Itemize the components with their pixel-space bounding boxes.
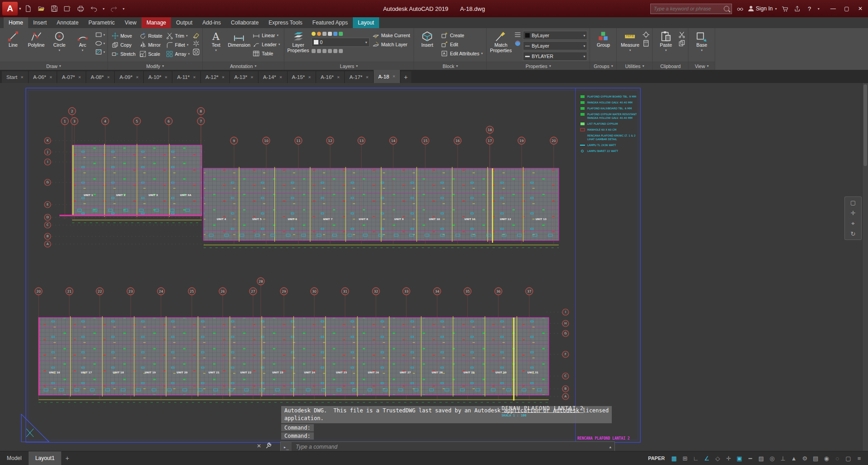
dimension-button[interactable]: Dimension	[228, 29, 250, 48]
drawing-tab[interactable]: A-16* ✕	[316, 71, 345, 83]
rotate-button[interactable]: Rotate	[138, 31, 164, 40]
edit-block-button[interactable]: Edit	[439, 40, 484, 49]
lineweight-select[interactable]: BYLAYER ▾	[523, 52, 587, 61]
group-button[interactable]: Group	[592, 29, 614, 48]
match-layer-button[interactable]: Match Layer	[371, 40, 412, 49]
ribbon-tab[interactable]: Annotate	[52, 17, 83, 28]
polar-tracking-icon[interactable]: ∠	[702, 454, 712, 463]
transparency-icon[interactable]: ▨	[756, 454, 766, 463]
ribbon-tab[interactable]: Parametric	[83, 17, 120, 28]
move-button[interactable]: Move	[110, 31, 137, 40]
utilities-panel-footer[interactable]: Utilities▾	[617, 62, 652, 70]
text-button[interactable]: A Text ▾	[205, 29, 227, 52]
ribbon-tab[interactable]: Featured Apps	[307, 17, 353, 28]
layer-select[interactable]: 0 ▾	[312, 38, 370, 47]
dynamic-ucs-icon[interactable]: ⊥	[778, 454, 788, 463]
erase-button[interactable]	[192, 31, 200, 39]
line-button[interactable]: Line	[2, 29, 24, 48]
layer-tool-icon[interactable]	[333, 49, 337, 53]
edit-attributes-button[interactable]: Edit Attributes▾	[439, 49, 484, 58]
base-button[interactable]: Base ▾	[691, 29, 712, 52]
cut-icon[interactable]	[678, 31, 686, 39]
ribbon-tab[interactable]: Insert	[28, 17, 52, 28]
ortho-icon[interactable]: ∟	[691, 454, 701, 463]
object-snap-icon[interactable]: ▣	[734, 454, 745, 463]
close-tab-icon[interactable]: ✕	[20, 75, 24, 79]
measure-button[interactable]: Measure ▾	[619, 29, 641, 52]
clipboard-panel-footer[interactable]: Clipboard	[653, 62, 688, 70]
sign-in-button[interactable]: Sign In ▾	[748, 5, 777, 12]
trim-button[interactable]: Trim▾	[165, 31, 191, 40]
color-sphere-icon[interactable]	[514, 39, 522, 47]
ribbon-tab[interactable]: Collaborate	[226, 17, 263, 28]
new-layout-button[interactable]: +	[61, 451, 73, 465]
undo-icon[interactable]	[90, 5, 98, 12]
ribbon-tab[interactable]: View	[120, 17, 141, 28]
draw-panel-footer[interactable]: Draw▾	[0, 62, 107, 70]
binoculars-icon[interactable]	[736, 5, 744, 12]
scrollbar-thumb[interactable]	[863, 84, 867, 166]
properties-list-icon[interactable]	[514, 31, 522, 39]
close-button[interactable]: ✕	[853, 3, 867, 15]
drawing-tab[interactable]: A-10* ✕	[144, 71, 172, 83]
insert-button[interactable]: Insert	[416, 29, 438, 48]
drawing-tab[interactable]: Start ✕	[2, 71, 29, 83]
copy-button[interactable]: Copy	[110, 40, 137, 49]
close-tab-icon[interactable]: ✕	[308, 75, 311, 79]
drawing-tab[interactable]: A-14* ✕	[258, 71, 287, 83]
layer-vp-freeze-icon[interactable]	[333, 32, 337, 36]
layer-freeze-icon[interactable]	[317, 32, 321, 36]
object-color-select[interactable]: ByLayer ▾	[523, 31, 587, 40]
close-tab-icon[interactable]: ✕	[279, 75, 283, 79]
annotation-visibility-icon[interactable]: ▲	[789, 454, 799, 463]
application-menu-caret-icon[interactable]: ▾	[19, 6, 21, 11]
pan-icon[interactable]: ✛	[851, 210, 856, 216]
explode-button[interactable]	[192, 39, 200, 47]
save-icon[interactable]	[50, 5, 59, 12]
polyline-button[interactable]: Polyline	[25, 29, 47, 48]
quick-calc-icon[interactable]	[642, 39, 650, 47]
array-button[interactable]: Array▾	[165, 49, 191, 58]
new-icon[interactable]	[24, 5, 32, 12]
close-tab-icon[interactable]: ✕	[366, 75, 369, 79]
grid-icon[interactable]: ▦	[669, 454, 679, 463]
close-tab-icon[interactable]: ✕	[107, 75, 110, 79]
close-tab-icon[interactable]: ✕	[78, 75, 81, 79]
orbit-icon[interactable]: ↻	[851, 231, 856, 237]
zoom-icon[interactable]: ⌖	[851, 220, 854, 226]
hatch-button[interactable]: ▾	[95, 48, 105, 56]
command-customize-icon[interactable]	[266, 442, 272, 450]
close-tab-icon[interactable]: ✕	[392, 74, 395, 78]
drawing-tab[interactable]: A-18 ✕	[374, 70, 400, 83]
groups-panel-footer[interactable]: Groups▾	[590, 62, 616, 70]
layer-tool-icon[interactable]	[317, 49, 321, 53]
scale-button[interactable]: Scale	[138, 49, 164, 58]
clean-screen-icon[interactable]: ▢	[843, 454, 853, 463]
mirror-button[interactable]: Mirror	[138, 40, 164, 49]
lineweight-icon[interactable]: ━	[745, 454, 756, 463]
block-panel-footer[interactable]: Block▾	[414, 62, 486, 70]
properties-panel-footer[interactable]: Properties▾	[487, 62, 590, 70]
annotation-monitor-icon[interactable]: ▤	[810, 454, 821, 463]
share-icon[interactable]	[793, 5, 801, 12]
help-caret-icon[interactable]: ▾	[818, 7, 819, 11]
fillet-button[interactable]: Fillet▾	[165, 40, 191, 49]
close-tab-icon[interactable]: ✕	[222, 75, 225, 79]
new-drawing-tab-button[interactable]: +	[400, 71, 411, 83]
app-store-icon[interactable]	[781, 5, 789, 12]
circle-button[interactable]: Circle ▾	[49, 29, 70, 52]
minimize-button[interactable]: —	[826, 3, 840, 15]
ribbon-tab[interactable]: Express Tools	[263, 17, 307, 28]
close-tab-icon[interactable]: ✕	[337, 75, 340, 79]
selection-cycling-icon[interactable]: ◎	[767, 454, 777, 463]
close-tab-icon[interactable]: ✕	[49, 75, 53, 79]
layer-tool-icon[interactable]	[328, 49, 332, 53]
snap-icon[interactable]: ⊞	[680, 454, 690, 463]
search-box[interactable]	[650, 4, 732, 14]
graphics-performance-icon[interactable]: ◌	[832, 454, 843, 463]
linetype-select[interactable]: ByLayer ▾	[523, 41, 587, 50]
arc-button[interactable]: Arc ▾	[72, 29, 93, 52]
ribbon-tab[interactable]: Add-ins	[197, 17, 226, 28]
undo-caret-icon[interactable]: ▾	[103, 7, 105, 11]
match-properties-button[interactable]: Match Properties	[489, 29, 512, 53]
